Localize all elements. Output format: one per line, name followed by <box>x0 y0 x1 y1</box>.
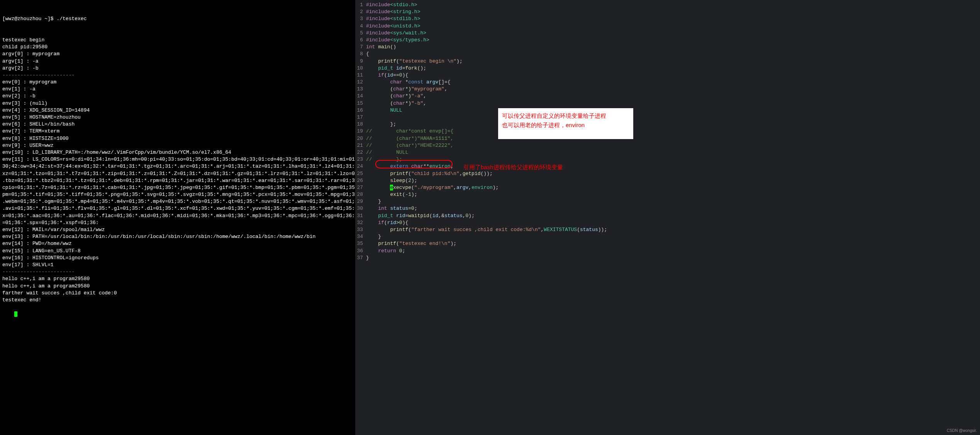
line-number: 6 <box>355 37 366 44</box>
code-line[interactable]: 5#include<sys/wait.h> <box>355 30 980 37</box>
terminal-line: 30;42:ow=34;42:st=37;44:ex=01;32:*.tar=0… <box>2 163 353 170</box>
code-line[interactable]: 23// }; <box>355 156 980 163</box>
code-content: // char*const envp[]={ <box>366 128 453 135</box>
code-line[interactable]: 16 NULL <box>355 107 980 114</box>
code-content: printf("child pid:%d\n",getpid()); <box>366 170 493 177</box>
code-content: (char*)"myprogram", <box>366 86 448 93</box>
code-line[interactable]: 35 printf("testexec end!\n"); <box>355 240 980 247</box>
terminal-line: env[12] : MAIL=/var/spool/mail/wwz <box>2 226 353 233</box>
code-content: printf("testexec begin \n"); <box>366 58 463 65</box>
code-line[interactable]: 8{ <box>355 51 980 58</box>
code-line[interactable]: 28 exit(-1); <box>355 191 980 198</box>
code-content: execvpe("./myprogram",argv,environ); <box>366 184 498 191</box>
line-number: 22 <box>355 149 366 156</box>
code-line[interactable]: 17 <box>355 114 980 121</box>
terminal-line: env[14] : PWD=/home/wwz <box>2 240 353 247</box>
code-content: int main() <box>366 44 396 51</box>
code-line[interactable]: 10 pid_t id=fork(); <box>355 65 980 72</box>
terminal-line: argv[0] : myprogram <box>2 51 353 58</box>
code-line[interactable]: 1#include<stdio.h> <box>355 2 980 8</box>
code-content: int status=0; <box>366 205 417 212</box>
code-content: } <box>366 255 369 262</box>
code-line[interactable]: 34 } <box>355 233 980 240</box>
code-line[interactable]: 15 (char*)"-b", <box>355 100 980 107</box>
terminal-line: ------------------------ <box>2 72 353 79</box>
terminal-line: =01;36:*.spx=01;36:*.xspf=01;36: <box>2 219 353 226</box>
terminal-line: env[4] : XDG_SESSION_ID=14894 <box>2 107 353 114</box>
line-number: 3 <box>355 15 366 22</box>
terminal-line: farther wait succes ,child exit code:0 <box>2 290 353 297</box>
line-number: 24 <box>355 163 366 170</box>
line-number: 18 <box>355 121 366 128</box>
terminal-line: env[3] : (null) <box>2 100 353 107</box>
code-content: } <box>366 233 381 240</box>
code-editor-pane[interactable]: 1#include<stdio.h>2#include<string.h>3#i… <box>355 0 980 435</box>
line-number: 10 <box>355 65 366 72</box>
code-content: sleep(2); <box>366 177 417 184</box>
terminal-line: .webm=01;35:*.ogm=01;35:*.mp4=01;35:*.m4… <box>2 198 353 205</box>
code-line[interactable]: 19// char*const envp[]={ <box>355 128 980 135</box>
terminal-line: env[7] : TERM=xterm <box>2 128 353 135</box>
code-content: pid_t id=fork(); <box>366 65 426 72</box>
code-line[interactable]: 25 printf("child pid:%d\n",getpid()); <box>355 170 980 177</box>
code-line[interactable]: 31 pid_t rid=waitpid(id,&status,0); <box>355 212 980 219</box>
code-line[interactable]: 4#include<unistd.h> <box>355 23 980 30</box>
code-line[interactable]: 26 sleep(2); <box>355 177 980 184</box>
code-line[interactable]: 30 int status=0; <box>355 205 980 212</box>
terminal-line: cpio=01;31:*.7z=01;31:*.rz=01;31:*.cab=0… <box>2 184 353 191</box>
line-number: 2 <box>355 8 366 15</box>
code-content: #include<sys/wait.h> <box>366 30 426 37</box>
code-line[interactable]: 13 (char*)"myprogram", <box>355 86 980 93</box>
code-content: extern char**environ; <box>366 163 453 170</box>
code-line[interactable]: 20// (char*)"HAHA=1111", <box>355 135 980 142</box>
line-number: 5 <box>355 30 366 37</box>
line-number: 21 <box>355 142 366 149</box>
annotation-note-line2: 也可以用老的给子进程，environ <box>502 121 629 130</box>
terminal-line: xz=01;31:*.tzo=01;31:*.t7z=01;31:*.zip=0… <box>2 170 353 177</box>
code-line[interactable]: 14 (char*)"-a", <box>355 93 980 100</box>
code-content: return 0; <box>366 248 405 255</box>
terminal-line: env[13] : PATH=/usr/local/bin:/bin:/usr/… <box>2 233 353 240</box>
terminal-line: env[17] : SHLVL=1 <box>2 262 353 268</box>
line-number: 36 <box>355 248 366 255</box>
code-line[interactable]: 27 execvpe("./myprogram",argv,environ); <box>355 184 980 191</box>
line-number: 17 <box>355 114 366 121</box>
line-number: 14 <box>355 93 366 100</box>
code-line[interactable]: 33 printf("farther wait succes ,child ex… <box>355 226 980 233</box>
line-number: 25 <box>355 170 366 177</box>
code-content: NULL <box>366 107 402 114</box>
line-number: 28 <box>355 191 366 198</box>
terminal-line: pm=01;35:*.tif=01;35:*.tiff=01;35:*.png=… <box>2 191 353 198</box>
code-line[interactable]: 21// (char*)"HEHE=2222", <box>355 142 980 149</box>
code-line[interactable]: 32 if(rid>0){ <box>355 219 980 226</box>
code-line[interactable]: 2#include<string.h> <box>355 8 980 15</box>
code-content: } <box>366 198 381 205</box>
code-line[interactable]: 7int main() <box>355 44 980 51</box>
code-line[interactable]: 11 if(id==0){ <box>355 72 980 79</box>
line-number: 33 <box>355 226 366 233</box>
code-line[interactable]: 22// NULL <box>355 149 980 156</box>
line-number: 4 <box>355 23 366 30</box>
terminal-line: child pid:29580 <box>2 44 353 51</box>
code-content: pid_t rid=waitpid(id,&status,0); <box>366 212 475 219</box>
terminal-line: .avi=01;35:*.fli=01;35:*.flv=01;35:*.gl=… <box>2 205 353 212</box>
code-line[interactable]: 36 return 0; <box>355 248 980 255</box>
code-content: exit(-1); <box>366 191 417 198</box>
line-number: 16 <box>355 107 366 114</box>
terminal-line: env[10] : LD_LIBRARY_PATH=:/home/wwz/.Vi… <box>2 149 353 156</box>
code-line[interactable]: 12 char *const argv[]={ <box>355 79 980 86</box>
code-content: }; <box>366 121 396 128</box>
code-line[interactable]: 29 } <box>355 198 980 205</box>
code-line[interactable]: 6#include<sys/types.h> <box>355 37 980 44</box>
code-line[interactable]: 24 extern char**environ; <box>355 163 980 170</box>
code-content: // NULL <box>366 149 408 156</box>
terminal-line: env[15] : LANG=en_US.UTF-8 <box>2 248 353 255</box>
terminal-pane[interactable]: [wwz@zhouzhou ~]$ ./testexec testexec be… <box>0 0 355 435</box>
code-line[interactable]: 9 printf("testexec begin \n"); <box>355 58 980 65</box>
code-content: // (char*)"HEHE=2222", <box>366 142 453 149</box>
code-line[interactable]: 3#include<stdlib.h> <box>355 15 980 22</box>
line-number: 9 <box>355 58 366 65</box>
code-line[interactable]: 18 }; <box>355 121 980 128</box>
code-line[interactable]: 37} <box>355 255 980 262</box>
terminal-line: env[2] : -b <box>2 93 353 100</box>
